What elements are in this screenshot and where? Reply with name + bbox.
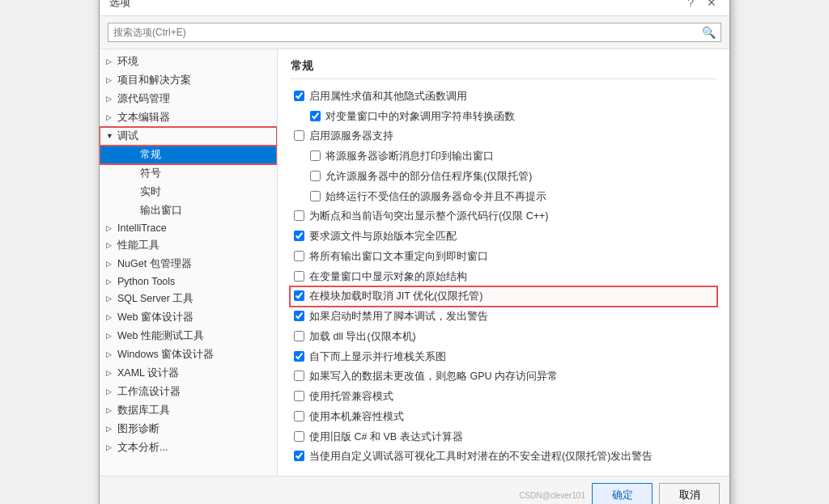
checkbox-opt13[interactable] xyxy=(294,411,304,421)
checkbox-opt8[interactable] xyxy=(294,311,304,321)
sidebar-item-python[interactable]: ▷Python Tools xyxy=(100,273,277,290)
sidebar-item-debug[interactable]: ▼调试 xyxy=(100,127,277,146)
checkbox-opt5[interactable] xyxy=(294,251,304,261)
checkbox-opt2b[interactable] xyxy=(310,171,321,181)
sidebar-item-web-design[interactable]: ▷Web 窗体设计器 xyxy=(100,308,277,327)
option-row-opt3: 为断点和当前语句突出显示整个源代码行(仅限 C++) xyxy=(291,207,716,226)
search-input[interactable] xyxy=(113,27,702,38)
tree-arrow-nuget: ▷ xyxy=(106,260,117,268)
sidebar-item-debug-output[interactable]: 输出窗口 xyxy=(100,201,277,220)
option-label-opt6: 在变量窗口中显示对象的原始结构 xyxy=(309,269,467,285)
option-label-opt9: 加载 dll 导出(仅限本机) xyxy=(309,329,416,345)
checkbox-opt2c[interactable] xyxy=(310,191,321,201)
sidebar-item-text[interactable]: ▷文本编辑器 xyxy=(100,108,277,127)
option-label-opt13: 使用本机兼容性模式 xyxy=(309,409,404,425)
ok-button[interactable]: 确定 xyxy=(592,483,653,504)
checkbox-opt4[interactable] xyxy=(294,231,304,241)
sidebar-label-db: 数据库工具 xyxy=(117,404,170,417)
option-row-opt2: 启用源服务器支持 xyxy=(291,127,716,146)
checkbox-opt2a[interactable] xyxy=(310,150,321,161)
sidebar-item-more[interactable]: ▷文本分析... xyxy=(100,438,277,457)
checkbox-opt12[interactable] xyxy=(294,391,304,401)
option-row-opt1a: 对变量窗口中的对象调用字符串转换函数 xyxy=(307,108,716,126)
sidebar-item-env[interactable]: ▷环境 xyxy=(100,53,277,71)
sidebar-label-workflow: 工作流设计器 xyxy=(117,385,181,399)
cancel-button[interactable]: 取消 xyxy=(659,483,720,504)
tree-arrow-db: ▷ xyxy=(106,406,117,414)
checkbox-opt6[interactable] xyxy=(294,271,304,282)
option-row-opt5: 将所有输出窗口文本重定向到即时窗口 xyxy=(291,248,716,266)
option-row-opt2a: 将源服务器诊断消息打印到输出窗口 xyxy=(307,147,716,166)
sidebar-item-debug-realtime[interactable]: 实时 xyxy=(100,183,277,201)
sidebar-item-win-form[interactable]: ▷Windows 窗体设计器 xyxy=(100,345,277,364)
sidebar-label-debug-symbol: 符号 xyxy=(140,167,161,180)
title-bar-controls: ? ✕ xyxy=(684,0,720,9)
option-row-opt9: 加载 dll 导出(仅限本机) xyxy=(291,328,716,346)
checkbox-opt15[interactable] xyxy=(294,451,304,461)
sidebar-item-debug-general[interactable]: 常规 xyxy=(100,146,277,164)
sidebar-item-diag[interactable]: ▷图形诊断 xyxy=(100,420,277,438)
sidebar-item-proj[interactable]: ▷项目和解决方案 xyxy=(100,71,277,90)
checkbox-opt10[interactable] xyxy=(294,351,304,362)
sidebar-item-debug-symbol[interactable]: 符号 xyxy=(100,164,277,183)
checkbox-opt11[interactable] xyxy=(294,371,304,381)
sidebar-item-sql[interactable]: ▷SQL Server 工具 xyxy=(100,290,277,308)
sidebar-item-xaml[interactable]: ▷XAML 设计器 xyxy=(100,364,277,383)
option-row-opt11: 如果写入的数据未更改值，则忽略 GPU 内存访问异常 xyxy=(291,367,716,386)
sidebar-label-xaml: XAML 设计器 xyxy=(117,366,179,380)
option-label-opt12: 使用托管兼容模式 xyxy=(309,389,393,404)
sidebar-label-intellitrace: IntelliTrace xyxy=(117,222,167,234)
option-label-opt10: 自下而上显示并行堆栈关系图 xyxy=(309,349,446,365)
sidebar-item-perf[interactable]: ▷性能工具 xyxy=(100,236,277,255)
option-label-opt1a: 对变量窗口中的对象调用字符串转换函数 xyxy=(325,109,515,125)
checkbox-opt7[interactable] xyxy=(294,290,304,301)
sidebar-item-nuget[interactable]: ▷NuGet 包管理器 xyxy=(100,255,277,273)
option-row-opt6: 在变量窗口中显示对象的原始结构 xyxy=(291,268,716,286)
sidebar-item-web-perf[interactable]: ▷Web 性能测试工具 xyxy=(100,327,277,345)
sidebar-item-intellitrace[interactable]: ▷IntelliTrace xyxy=(100,220,277,236)
checkbox-opt3[interactable] xyxy=(294,210,304,221)
option-label-opt2b: 允许源服务器中的部分信任程序集(仅限托管) xyxy=(325,169,532,184)
tree-arrow-text: ▷ xyxy=(106,113,117,121)
option-label-opt2: 启用源服务器支持 xyxy=(309,129,393,144)
option-label-opt3: 为断点和当前语句突出显示整个源代码行(仅限 C++) xyxy=(309,209,548,224)
checkbox-opt14[interactable] xyxy=(294,431,304,442)
option-row-opt14: 使用旧版 C# 和 VB 表达式计算器 xyxy=(291,428,716,447)
option-label-opt1: 启用属性求值和其他隐式函数调用 xyxy=(309,89,467,104)
tree-arrow-more: ▷ xyxy=(106,443,117,451)
checkbox-opt1[interactable] xyxy=(294,91,304,101)
sidebar-item-workflow[interactable]: ▷工作流设计器 xyxy=(100,383,277,401)
sidebar-label-debug-output: 输出窗口 xyxy=(140,204,182,218)
footer: CSDN@clever101 确定 取消 xyxy=(100,476,729,504)
tree-arrow-sql: ▷ xyxy=(106,294,117,303)
option-row-opt15: 当使用自定义调试器可视化工具时对潜在的不安全进程(仅限托管)发出警告 xyxy=(291,447,716,466)
option-label-opt4: 要求源文件与原始版本完全匹配 xyxy=(309,229,457,244)
sidebar-label-perf: 性能工具 xyxy=(117,239,159,252)
option-row-opt12: 使用托管兼容模式 xyxy=(291,388,716,406)
option-row-opt13: 使用本机兼容性模式 xyxy=(291,408,716,426)
option-label-opt2c: 始终运行不受信任的源服务器命令并且不再提示 xyxy=(325,189,546,205)
tree-arrow-perf: ▷ xyxy=(106,241,117,249)
sidebar: ▷环境▷项目和解决方案▷源代码管理▷文本编辑器▼调试常规符号实时输出窗口▷Int… xyxy=(100,49,278,476)
checkbox-opt9[interactable] xyxy=(294,331,304,341)
checkbox-opt2[interactable] xyxy=(294,130,304,141)
sidebar-label-win-form: Windows 窗体设计器 xyxy=(117,348,214,362)
sidebar-item-db[interactable]: ▷数据库工具 xyxy=(100,401,277,420)
tree-arrow-workflow: ▷ xyxy=(106,388,117,396)
checkbox-opt1a[interactable] xyxy=(310,111,321,121)
help-icon[interactable]: ? xyxy=(684,0,697,9)
option-label-opt2a: 将源服务器诊断消息打印到输出窗口 xyxy=(325,149,494,164)
sidebar-label-more: 文本分析... xyxy=(117,441,168,455)
option-row-opt10: 自下而上显示并行堆栈关系图 xyxy=(291,348,716,366)
right-panel: 常规 启用属性求值和其他隐式函数调用对变量窗口中的对象调用字符串转换函数启用源服… xyxy=(278,49,729,476)
close-icon[interactable]: ✕ xyxy=(704,0,720,9)
option-label-opt5: 将所有输出窗口文本重定向到即时窗口 xyxy=(309,249,488,265)
options-list: 启用属性求值和其他隐式函数调用对变量窗口中的对象调用字符串转换函数启用源服务器支… xyxy=(291,87,716,466)
option-label-opt14: 使用旧版 C# 和 VB 表达式计算器 xyxy=(309,430,463,445)
search-icon: 🔍 xyxy=(702,26,716,39)
tree-arrow-xaml: ▷ xyxy=(106,369,117,377)
dialog-title: 选项 xyxy=(109,0,130,10)
tree-arrow-web-perf: ▷ xyxy=(106,332,117,340)
sidebar-label-proj: 项目和解决方案 xyxy=(117,74,191,87)
sidebar-item-src[interactable]: ▷源代码管理 xyxy=(100,90,277,108)
